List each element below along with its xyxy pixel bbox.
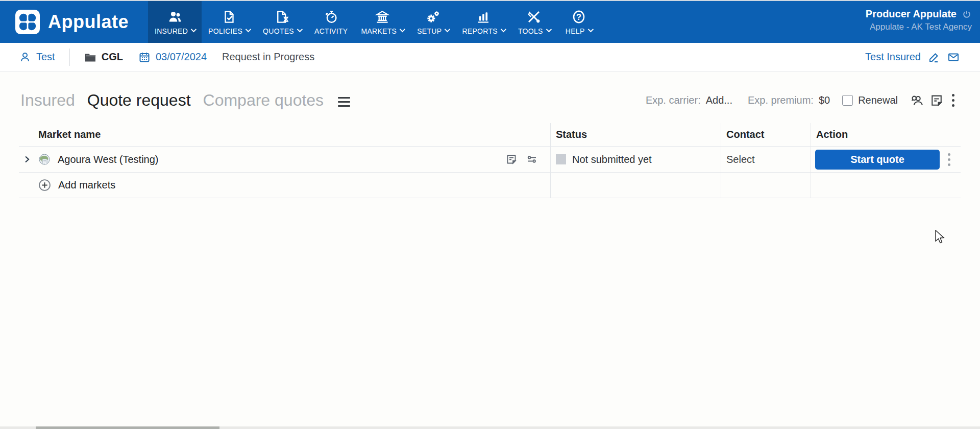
lob-group[interactable]: CGL <box>84 51 123 63</box>
column-header-action: Action <box>811 123 961 146</box>
line-of-business: CGL <box>102 51 123 63</box>
tools-icon <box>526 9 542 25</box>
renewal-label: Renewal <box>858 94 898 106</box>
insured-short-link[interactable]: Test <box>36 51 55 63</box>
bank-icon <box>375 9 390 25</box>
brand[interactable]: Appulate <box>0 1 148 43</box>
nav-label-reports: REPORTS <box>462 27 498 35</box>
status-cell: Not submitted yet <box>550 147 721 172</box>
find-contact-icon[interactable] <box>910 93 924 108</box>
context-bar: Test CGL 03/07/2024 Request in Progress … <box>0 43 980 72</box>
nav-item-activity[interactable]: ACTIVITY <box>308 1 354 43</box>
tab-quote-request[interactable]: Quote request <box>87 91 191 110</box>
action-cell: Start quote <box>811 147 961 172</box>
add-markets-label: Add markets <box>58 179 115 191</box>
divider <box>69 49 70 66</box>
agency-name: Appulate - AK Test Agency <box>866 22 972 32</box>
quote-summary: Exp. carrier: Add... Exp. premium: $0 Re… <box>646 92 958 109</box>
plus-circle-icon <box>38 179 51 192</box>
account-name[interactable]: Producer Appulate <box>866 8 957 20</box>
appulate-logo-icon <box>15 10 40 34</box>
mouse-cursor <box>935 230 946 245</box>
nav-label-policies: POLICIES <box>208 27 242 35</box>
insured-name-link[interactable]: Test Insured <box>865 51 921 63</box>
contact-cell: Select <box>721 147 811 172</box>
nav-item-policies[interactable]: POLICIES <box>202 1 256 43</box>
nav-item-markets[interactable]: MARKETS <box>354 1 410 43</box>
exp-carrier-label: Exp. carrier: <box>646 94 701 106</box>
tabs-row: Insured Quote request Compare quotes Exp… <box>0 72 980 110</box>
nav-label-tools: TOOLS <box>518 27 543 35</box>
person-icon <box>19 51 31 63</box>
insured-quick-link[interactable]: Test <box>19 51 55 63</box>
table-header-row: Market name Status Contact Action <box>19 123 961 147</box>
notes-icon[interactable] <box>929 93 944 108</box>
renewal-checkbox[interactable] <box>842 95 853 106</box>
nav-item-tools[interactable]: TOOLS <box>511 1 557 43</box>
chevron-down-icon <box>297 26 303 32</box>
envelope-icon[interactable] <box>947 51 960 63</box>
market-globe-icon <box>38 153 51 166</box>
nav-label-quotes: QUOTES <box>263 27 294 35</box>
horizontal-scrollbar[interactable] <box>0 426 980 429</box>
table-row: Agoura West (Testing) Not submitted yet <box>19 147 961 173</box>
chevron-down-icon <box>246 26 251 32</box>
nav-item-quotes[interactable]: QUOTES <box>256 1 308 43</box>
contact-select-link[interactable]: Select <box>726 154 755 165</box>
svg-text:?: ? <box>576 12 581 21</box>
column-header-status: Status <box>550 123 721 146</box>
chevron-down-icon <box>587 26 593 32</box>
column-header-market-name: Market name <box>19 123 550 146</box>
start-quote-button[interactable]: Start quote <box>815 150 940 170</box>
doc-hourglass-icon <box>275 9 290 25</box>
people-icon <box>167 9 183 25</box>
nav-label-help: HELP <box>566 27 585 35</box>
market-notes-icon[interactable] <box>505 153 518 165</box>
nav-item-insured[interactable]: INSURED <box>148 1 202 43</box>
top-nav-bar: Appulate INSURED POLICIES <box>0 0 980 43</box>
chevron-down-icon <box>191 26 197 32</box>
main-nav: INSURED POLICIES QUOTES <box>148 1 601 43</box>
brand-name: Appulate <box>48 11 129 33</box>
markets-table: Market name Status Contact Action Agoura… <box>19 123 961 198</box>
exp-premium-label: Exp. premium: <box>748 94 814 106</box>
add-markets-button[interactable]: Add markets <box>19 173 550 198</box>
account-area: Producer Appulate Appulate - AK Test Age… <box>866 1 980 43</box>
market-settings-sliders-icon[interactable] <box>526 153 538 165</box>
column-header-contact: Contact <box>721 123 811 146</box>
workflow-status: Request in Progress <box>222 51 314 63</box>
doc-check-icon <box>222 9 237 25</box>
calendar-icon <box>138 51 151 63</box>
exp-carrier-value[interactable]: Add... <box>706 94 732 106</box>
nav-label-insured: INSURED <box>155 27 188 35</box>
logout-power-icon[interactable] <box>962 9 972 19</box>
add-markets-row: Add markets <box>19 173 961 198</box>
bar-chart-icon <box>476 9 491 25</box>
folder-icon <box>84 51 96 63</box>
nav-item-reports[interactable]: REPORTS <box>455 1 511 43</box>
scrollbar-thumb[interactable] <box>36 426 219 429</box>
tab-menu-hamburger-icon[interactable] <box>338 94 350 107</box>
more-options-kebab-icon[interactable] <box>949 92 958 109</box>
expand-row-chevron-icon[interactable] <box>23 155 31 163</box>
edit-pencil-icon[interactable] <box>928 51 940 63</box>
nav-item-help[interactable]: ? HELP <box>557 1 601 43</box>
chevron-down-icon <box>546 26 551 32</box>
chevron-down-icon <box>501 26 506 32</box>
tab-insured[interactable]: Insured <box>20 91 75 110</box>
gears-icon <box>425 9 440 25</box>
effective-date-group[interactable]: 03/07/2024 <box>138 51 207 63</box>
market-name[interactable]: Agoura West (Testing) <box>58 154 159 165</box>
chevron-down-icon <box>445 26 450 32</box>
nav-label-setup: SETUP <box>417 27 442 35</box>
row-options-kebab-icon[interactable] <box>945 151 953 168</box>
exp-premium-value[interactable]: $0 <box>819 94 830 106</box>
stopwatch-icon <box>324 9 339 25</box>
nav-item-setup[interactable]: SETUP <box>410 1 455 43</box>
effective-date[interactable]: 03/07/2024 <box>156 51 207 63</box>
tab-compare-quotes[interactable]: Compare quotes <box>203 91 324 110</box>
nav-label-markets: MARKETS <box>361 27 397 35</box>
status-color-swatch <box>556 154 566 164</box>
status-text: Not submitted yet <box>572 154 652 165</box>
nav-label-activity: ACTIVITY <box>314 27 348 35</box>
